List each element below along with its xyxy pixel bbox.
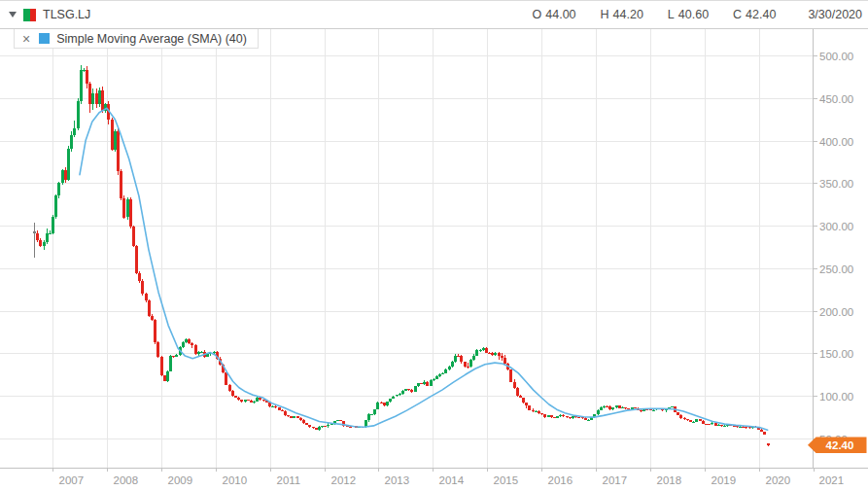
x-axis-label: 2019 (712, 474, 737, 486)
y-axis-label: 100.00 (819, 391, 853, 403)
open-readout: O44.00 (533, 8, 576, 21)
y-axis-label: 250.00 (819, 263, 853, 275)
sma-color-swatch (39, 33, 50, 44)
close-value: 42.40 (746, 8, 776, 21)
candlestick-series (33, 65, 769, 446)
sma-legend-label: Simple Moving Average (SMA) (40) (56, 32, 247, 46)
ohlc-readout: O44.00 H44.20 L40.60 C42.40 3/30/2020 (533, 8, 868, 21)
candlestick-series-icon (23, 9, 36, 21)
low-readout: L40.60 (668, 8, 709, 21)
y-axis-label: 450.00 (819, 93, 853, 105)
high-readout: H44.20 (601, 8, 643, 21)
high-value: 44.20 (613, 8, 643, 21)
y-axis-label: 300.00 (819, 221, 853, 232)
chart-application: TLSG.LJ O44.00 H44.20 L40.60 C42.40 3/30… (0, 0, 868, 491)
bar-date-label: 3/30/2020 (808, 8, 862, 21)
axes: 500.00450.00400.00350.00300.00250.00200.… (0, 29, 868, 486)
open-letter: O (533, 8, 542, 21)
chart-canvas[interactable]: 500.00450.00400.00350.00300.00250.00200.… (0, 1, 868, 491)
x-axis-label: 2013 (385, 474, 410, 486)
close-readout: C42.40 (733, 8, 776, 21)
x-axis-label: 2010 (223, 474, 248, 486)
symbol-group: TLSG.LJ (0, 8, 90, 21)
x-axis-label: 2018 (657, 474, 682, 486)
x-axis-label: 2011 (277, 474, 301, 486)
x-axis-label: 2007 (59, 474, 85, 486)
x-axis-label: 2017 (603, 474, 628, 486)
y-axis-label: 400.00 (819, 136, 853, 148)
symbol-label: TLSG.LJ (43, 8, 90, 21)
x-axis-label: 2014 (439, 474, 465, 486)
x-axis-label: 2008 (114, 474, 139, 486)
x-axis-label: 2015 (494, 474, 519, 486)
y-axis-label: 350.00 (819, 178, 853, 190)
y-axis-label: 150.00 (819, 348, 853, 360)
y-axis-label: 200.00 (819, 306, 853, 318)
chart-header: TLSG.LJ O44.00 H44.20 L40.60 C42.40 3/30… (0, 1, 868, 29)
x-axis-label: 2009 (168, 474, 193, 486)
remove-indicator-close-icon[interactable]: × (20, 32, 32, 46)
price-tag-value: 42.40 (826, 439, 854, 451)
sma-legend-box[interactable]: × Simple Moving Average (SMA) (40) (14, 29, 259, 49)
close-letter: C (733, 8, 742, 21)
high-letter: H (601, 8, 609, 21)
grid-lines (0, 29, 814, 468)
collapse-legend-arrow-icon[interactable] (9, 12, 17, 18)
open-value: 44.00 (545, 8, 575, 21)
low-value: 40.60 (678, 8, 709, 21)
y-axis-label: 500.00 (819, 51, 853, 62)
low-letter: L (668, 8, 675, 21)
x-axis-label: 2020 (766, 474, 791, 486)
x-axis-label: 2012 (331, 474, 357, 486)
last-price-tag: 42.40 (808, 438, 867, 453)
x-axis-label: 2021 (819, 474, 845, 486)
x-axis-label: 2016 (548, 474, 573, 486)
